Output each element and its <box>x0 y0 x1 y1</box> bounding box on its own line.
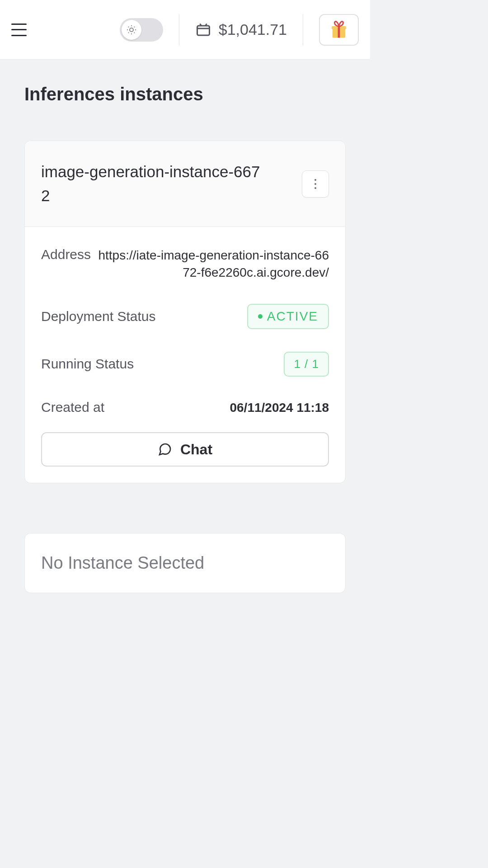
instance-card-header: image-generation-instance-6672 <box>25 141 345 227</box>
svg-line-7 <box>128 32 129 33</box>
chat-button[interactable]: Chat <box>41 432 329 467</box>
svg-rect-9 <box>197 26 209 35</box>
wallet-icon <box>195 22 211 38</box>
svg-line-4 <box>134 32 134 33</box>
selection-card: No Instance Selected <box>24 533 346 593</box>
address-label: Address <box>41 247 91 262</box>
deployment-status-row: Deployment Status ACTIVE <box>41 304 329 329</box>
instance-more-button[interactable] <box>302 170 329 198</box>
svg-point-0 <box>130 28 133 32</box>
balance-amount: $1,041.71 <box>219 21 287 38</box>
running-status-row: Running Status 1 / 1 <box>41 352 329 377</box>
app-header: $1,041.71 <box>0 0 370 60</box>
svg-line-8 <box>134 26 134 27</box>
created-at-label: Created at <box>41 400 104 415</box>
sun-icon <box>126 24 137 35</box>
address-value[interactable]: https://iate-image-generation-instance-6… <box>94 247 329 281</box>
svg-line-3 <box>128 26 129 27</box>
page-title: Inferences instances <box>24 84 346 104</box>
svg-rect-12 <box>338 26 340 38</box>
chat-button-label: Chat <box>180 441 212 458</box>
status-dot-icon <box>258 314 263 319</box>
instance-card: image-generation-instance-6672 Address h… <box>24 141 346 483</box>
deployment-status-label: Deployment Status <box>41 309 155 324</box>
instance-name: image-generation-instance-6672 <box>41 160 267 208</box>
gift-button[interactable] <box>319 14 359 46</box>
header-right: $1,041.71 <box>120 14 359 46</box>
running-status-badge: 1 / 1 <box>284 352 329 377</box>
deployment-status-badge: ACTIVE <box>247 304 329 329</box>
created-at-row: Created at 06/11/2024 11:18 <box>41 399 329 416</box>
theme-toggle-knob <box>122 20 141 40</box>
chat-icon <box>158 442 172 457</box>
instance-card-body: Address https://iate-image-generation-in… <box>25 227 345 483</box>
running-status-label: Running Status <box>41 356 134 372</box>
dots-vertical-icon <box>314 179 316 189</box>
deployment-status-value: ACTIVE <box>267 309 318 324</box>
balance-display[interactable]: $1,041.71 <box>195 21 287 38</box>
divider <box>179 14 179 46</box>
divider <box>303 14 303 46</box>
theme-toggle[interactable] <box>120 18 163 42</box>
main-content: Inferences instances image-generation-in… <box>0 60 370 593</box>
gift-icon <box>330 20 347 39</box>
selection-empty-text: No Instance Selected <box>41 553 329 573</box>
menu-button[interactable] <box>11 24 27 36</box>
address-row: Address https://iate-image-generation-in… <box>41 247 329 281</box>
created-at-value: 06/11/2024 11:18 <box>230 399 329 416</box>
